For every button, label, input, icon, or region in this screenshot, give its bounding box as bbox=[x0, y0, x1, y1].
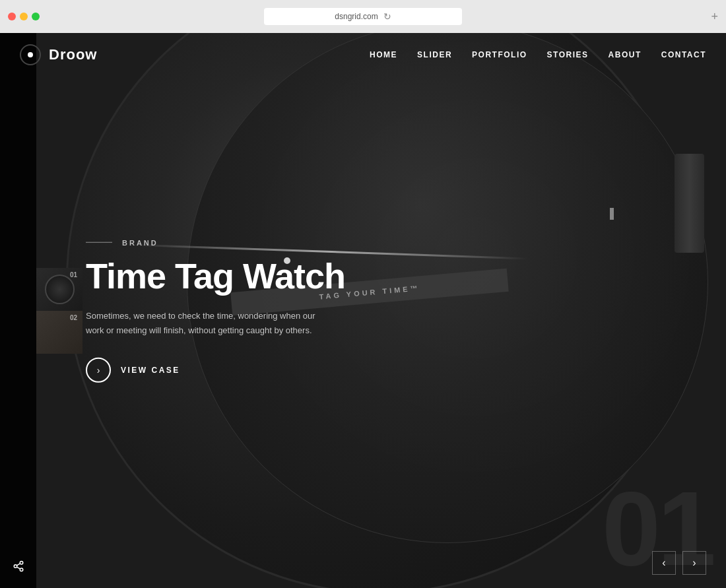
nav-home[interactable]: HOME bbox=[370, 50, 397, 59]
slide-nav-arrows: ‹ › bbox=[652, 551, 706, 575]
new-tab-button[interactable]: + bbox=[711, 10, 718, 24]
svg-point-2 bbox=[20, 568, 23, 572]
maximize-button[interactable] bbox=[32, 13, 40, 20]
brand-line bbox=[86, 242, 112, 243]
refresh-icon[interactable]: ↻ bbox=[383, 11, 391, 22]
slide-thumbnail-1[interactable]: 01 bbox=[36, 268, 82, 311]
hero-description: Sometimes, we need to check the time, wo… bbox=[86, 309, 317, 338]
sidebar bbox=[0, 33, 36, 588]
logo-text[interactable]: Droow bbox=[49, 46, 97, 63]
nav-stories[interactable]: STORIES bbox=[547, 50, 589, 59]
slide-thumbnail-2[interactable]: 02 bbox=[36, 311, 82, 354]
brand-text: BRAND bbox=[122, 238, 158, 246]
share-icon[interactable] bbox=[13, 560, 24, 575]
browser-chrome: dsngrid.com ↻ + bbox=[0, 0, 726, 33]
btn-arrow-circle: › bbox=[86, 358, 111, 383]
nav-about[interactable]: ABOUT bbox=[609, 50, 642, 59]
svg-line-4 bbox=[16, 564, 20, 566]
url-text: dsngrid.com bbox=[335, 12, 378, 21]
svg-line-3 bbox=[16, 567, 20, 569]
slide-thumbnails: 01 02 bbox=[36, 268, 82, 354]
traffic-lights bbox=[8, 13, 40, 20]
hero-content: BRAND Time Tag Watch Sometimes, we need … bbox=[86, 238, 345, 383]
logo-area: Droow bbox=[20, 44, 97, 65]
nav-slider[interactable]: SLIDER bbox=[417, 50, 452, 59]
brand-label: BRAND bbox=[86, 238, 345, 246]
hero-title: Time Tag Watch bbox=[86, 256, 345, 295]
nav-contact[interactable]: CONTACT bbox=[661, 50, 706, 59]
website-area: TAG YOUR TIME™ Droow HOME SLIDER PORTFOL… bbox=[0, 33, 726, 588]
svg-point-0 bbox=[20, 562, 23, 565]
svg-point-1 bbox=[14, 565, 17, 568]
thumb-watch bbox=[45, 275, 75, 304]
nav-portfolio[interactable]: PORTFOLIO bbox=[472, 50, 527, 59]
thumb-num-1: 01 bbox=[70, 271, 77, 278]
logo-dot bbox=[28, 52, 33, 57]
main-nav: HOME SLIDER PORTFOLIO STORIES ABOUT CONT… bbox=[370, 50, 706, 59]
btn-label: VIEW CASE bbox=[121, 366, 180, 375]
watch-crown bbox=[675, 154, 704, 253]
slide-indicator bbox=[610, 208, 614, 220]
thumb-num-2: 02 bbox=[70, 314, 77, 321]
address-bar[interactable]: dsngrid.com ↻ bbox=[264, 8, 462, 25]
close-button[interactable] bbox=[8, 13, 16, 20]
header: Droow HOME SLIDER PORTFOLIO STORIES ABOU… bbox=[0, 33, 726, 76]
minimize-button[interactable] bbox=[20, 13, 28, 20]
next-arrow[interactable]: › bbox=[682, 551, 706, 575]
prev-arrow[interactable]: ‹ bbox=[652, 551, 676, 575]
view-case-button[interactable]: › VIEW CASE bbox=[86, 358, 180, 383]
logo-circle bbox=[20, 44, 41, 65]
arrow-right-icon: › bbox=[97, 365, 100, 376]
